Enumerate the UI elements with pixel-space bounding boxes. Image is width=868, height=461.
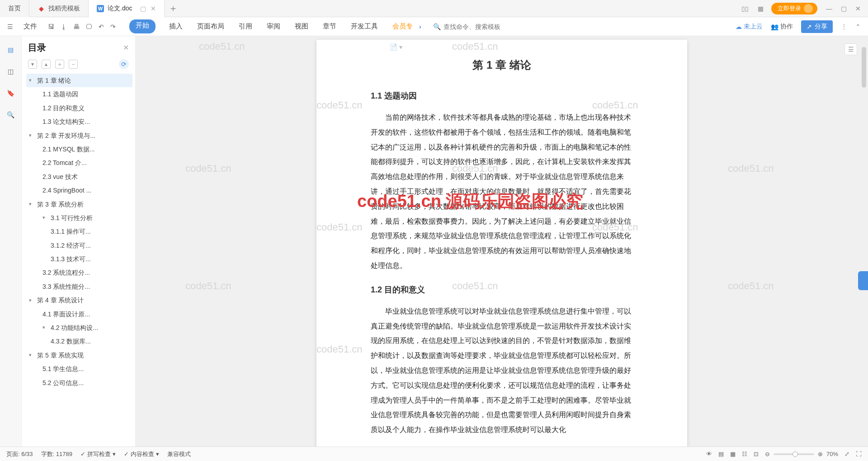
command-search[interactable]: 🔍	[433, 23, 520, 30]
promote-icon[interactable]: ＋	[55, 60, 64, 69]
web-layout-icon[interactable]: ▦	[730, 451, 736, 457]
chapter-nav-icon[interactable]: ◫	[5, 66, 16, 77]
chevron-down-icon[interactable]: ▾	[42, 324, 49, 332]
ribtab-chapter[interactable]: 章节	[322, 19, 337, 33]
tab-template[interactable]: ◆ 找稻壳模板	[29, 0, 89, 17]
expand-all-icon[interactable]: ▴	[42, 60, 51, 69]
ribbon-next-icon[interactable]: ›	[419, 23, 421, 30]
chevron-down-icon[interactable]: ▾	[29, 132, 35, 140]
collapse-ribbon-icon[interactable]: ⌃	[855, 23, 861, 30]
redo-icon[interactable]: ↷	[110, 23, 116, 30]
toc-item[interactable]: 3.2 系统流程分...	[26, 266, 132, 279]
ribtab-view[interactable]: 视图	[294, 19, 309, 33]
tab-restore-icon[interactable]: ▢	[140, 5, 146, 12]
toc-item[interactable]: 2.4 SpringBoot ...	[26, 183, 132, 197]
spellcheck-button[interactable]: ✓ 拼写检查 ▾	[80, 450, 116, 458]
zoom-value[interactable]: 70%	[826, 451, 838, 457]
toc-item[interactable]: 2.1 MYSQL 数据...	[26, 142, 132, 156]
scrollbar[interactable]	[861, 36, 867, 447]
toc-item[interactable]: 5.2 公司信息...	[26, 376, 132, 390]
undo-icon[interactable]: ↶	[99, 23, 104, 30]
chevron-down-icon[interactable]: ▾	[29, 351, 35, 359]
toc-item[interactable]: ▾3.1 可行性分析	[26, 211, 132, 225]
toc-item[interactable]: 1.2 目的和意义	[26, 101, 132, 115]
close-window-icon[interactable]: ✕	[853, 5, 863, 12]
ribtab-review[interactable]: 审阅	[266, 19, 281, 33]
save-icon[interactable]: 🖫	[48, 23, 54, 30]
fit-page-icon[interactable]: ⤢	[844, 451, 849, 457]
toc-item[interactable]: 5.1 学生信息...	[26, 362, 132, 376]
toc-item[interactable]: 2.2 Tomcat 介...	[26, 156, 132, 169]
right-panel-toggle-icon[interactable]: ☰	[844, 43, 857, 55]
toc-item[interactable]: ▾第 4 章 系统设计	[26, 293, 132, 307]
chevron-down-icon[interactable]: ▾	[29, 76, 35, 85]
toc-item[interactable]: ▾第 3 章 系统分析	[26, 198, 132, 211]
zoom-thumb[interactable]	[793, 452, 798, 457]
outline-icon[interactable]: ▤	[5, 44, 16, 55]
apps-icon[interactable]: ▦	[756, 4, 765, 13]
fullscreen-icon[interactable]: ⛶	[856, 451, 862, 457]
bookmark-icon[interactable]: 🔖	[5, 88, 16, 99]
page-options-icon[interactable]: 📄 ▾	[390, 43, 402, 51]
file-menu[interactable]: 文件	[20, 20, 41, 33]
toc-item[interactable]: 4.1 界面设计原...	[26, 307, 132, 321]
chevron-down-icon[interactable]: ▾	[29, 296, 35, 305]
toc-item[interactable]: 1.3 论文结构安...	[26, 115, 132, 128]
layout-icon[interactable]: ▯▯	[741, 4, 750, 13]
ribtab-insert[interactable]: 插入	[168, 19, 184, 33]
ribtab-references[interactable]: 引用	[238, 19, 253, 33]
chevron-down-icon[interactable]: ▾	[42, 214, 49, 222]
maximize-icon[interactable]: ▢	[838, 5, 849, 12]
demote-icon[interactable]: －	[69, 60, 78, 69]
toc-item[interactable]: 2.3 vue 技术	[26, 170, 132, 183]
more-icon[interactable]: ⋮	[841, 23, 847, 30]
find-icon[interactable]: 🔍	[5, 109, 16, 120]
toc-item[interactable]: 4.3.2 数据库...	[26, 334, 132, 348]
export-icon[interactable]: ⭳	[61, 23, 67, 30]
outline-view-icon[interactable]: ☷	[742, 451, 747, 457]
hamburger-icon[interactable]: ☰	[7, 23, 17, 30]
minimize-icon[interactable]: —	[824, 5, 835, 12]
side-tab-icon[interactable]	[858, 271, 868, 290]
chevron-down-icon[interactable]: ▾	[29, 200, 35, 208]
word-count[interactable]: 字数: 11789	[41, 450, 72, 458]
toc-item[interactable]: ▾第 1 章 绪论	[26, 74, 132, 87]
print-layout-icon[interactable]: ▤	[718, 451, 724, 457]
toc-item[interactable]: 1.1 选题动因	[26, 87, 132, 101]
toc-item[interactable]: 3.1.2 经济可...	[26, 239, 132, 252]
collab-button[interactable]: 👥 协作	[771, 23, 793, 31]
toc-item[interactable]: 3.3 系统性能分...	[26, 280, 132, 293]
ribtab-start[interactable]: 开始	[129, 19, 156, 33]
tab-close-icon[interactable]: ✕	[151, 5, 156, 12]
toc-close-icon[interactable]: ✕	[123, 43, 129, 52]
tab-home[interactable]: 首页	[0, 0, 29, 17]
compat-mode[interactable]: 兼容模式	[167, 450, 191, 458]
share-button[interactable]: ↗ 分享	[801, 20, 833, 33]
toc-item[interactable]: 3.1.1 操作可...	[26, 225, 132, 238]
page-indicator[interactable]: 页面: 6/33	[6, 450, 33, 458]
zoom-slider[interactable]	[774, 453, 814, 455]
toc-item[interactable]: 3.1.3 技术可...	[26, 252, 132, 266]
print-icon[interactable]: 🖶	[73, 23, 80, 30]
new-tab-button[interactable]: ＋	[165, 2, 182, 14]
login-button[interactable]: 立即登录	[771, 3, 817, 14]
fullwidth-icon[interactable]: ⊡	[754, 451, 759, 457]
reading-view-icon[interactable]: 👁	[706, 451, 712, 457]
tab-document[interactable]: W 论文.doc ▢ ✕	[89, 0, 165, 17]
content-check-button[interactable]: ✓ 内容检查 ▾	[124, 450, 159, 458]
zoom-in-icon[interactable]: ⊕	[818, 451, 823, 457]
ribtab-devtools[interactable]: 开发工具	[350, 19, 379, 33]
print-preview-icon[interactable]: 🖵	[86, 23, 92, 30]
cloud-status[interactable]: ☁ 未上云	[736, 23, 763, 31]
search-input[interactable]	[443, 23, 520, 30]
toc-item-label: 第 1 章 绪论	[37, 75, 71, 85]
toc-item[interactable]: ▾4.2 功能结构设...	[26, 321, 132, 334]
sync-icon[interactable]: ⟳	[119, 59, 129, 69]
scrollbar-thumb[interactable]	[862, 47, 866, 88]
ribtab-vip[interactable]: 会员专	[392, 19, 414, 33]
collapse-all-icon[interactable]: ▾	[28, 60, 37, 69]
ribtab-page-layout[interactable]: 页面布局	[196, 19, 225, 33]
toc-item[interactable]: ▾第 5 章 系统实现	[26, 348, 132, 362]
zoom-out-icon[interactable]: ⊖	[765, 451, 770, 457]
toc-item[interactable]: ▾第 2 章 开发环境与...	[26, 129, 132, 142]
